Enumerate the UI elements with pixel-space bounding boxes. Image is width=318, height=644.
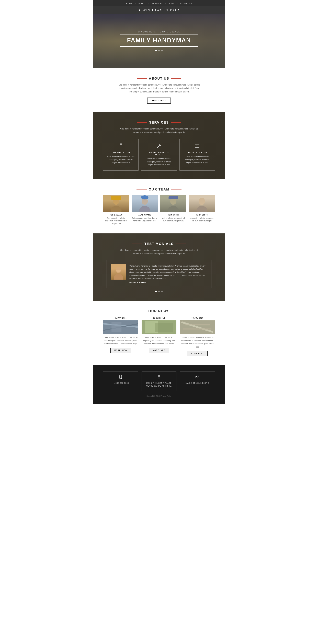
- news-more-info-button-2[interactable]: MORE INFO: [149, 348, 169, 353]
- logo: ✦ WINDOWS REPAIR: [138, 9, 179, 12]
- svg-line-4: [157, 145, 160, 148]
- news-item-2: 17 JUN 2014 Oum dolor sit amet, consecte…: [142, 317, 177, 356]
- svg-point-33: [120, 378, 121, 378]
- logo-icon: ✦: [138, 9, 141, 12]
- svg-point-20: [114, 274, 123, 280]
- news-date-1: 21 MAY 2014: [103, 317, 138, 319]
- news-text-1: Lorem ipsum dolor sit amet, consectetuer…: [103, 336, 138, 345]
- team-name-tom: TOM SMITH: [160, 214, 186, 216]
- team-name-jake: JAKE ADAMS: [132, 214, 158, 216]
- footer: +1 800 603 6035 9870 ST VINCENT PLACE, G…: [93, 364, 225, 404]
- main-nav: HOME / ABOUT / SERVICES / BLOG / CONTACT…: [93, 0, 225, 6]
- footer-phone-text: +1 800 603 6035: [106, 382, 135, 385]
- news-more-info-button-3[interactable]: MORE INFO: [187, 351, 208, 356]
- svg-line-6: [160, 145, 160, 145]
- hero-title-box: FAMILY HANDYMAN: [120, 34, 198, 47]
- news-date-2: 17 JUN 2014: [142, 317, 177, 319]
- testi-dot-3[interactable]: [161, 290, 163, 292]
- about-more-info-button[interactable]: MORE INFO: [147, 98, 171, 104]
- news-image-3: [180, 320, 215, 334]
- about-body: Fure dolor in hendrerit in volestie cons…: [117, 83, 201, 94]
- testimonial-quote: "Fure dolor in hendrerit in volestie con…: [129, 264, 207, 280]
- footer-address: 9870 ST VINCENT PLACE, GLASGOW, DC 45 FR…: [142, 371, 177, 391]
- services-grid: CONSULTATION Fure dolor in hendrerit in …: [103, 139, 215, 170]
- consultation-name: CONSULTATION: [107, 152, 135, 154]
- news-date-3: 03 JUL 2014: [180, 317, 215, 319]
- testimonial-name: MONICA SMITH: [129, 282, 207, 284]
- team-name-mark: MARK SMITH: [189, 214, 215, 216]
- email-icon: [183, 375, 212, 380]
- nav-about[interactable]: ABOUT: [139, 2, 146, 4]
- team-bio-john: Bon hendrerit in volestie consequat, vel…: [103, 217, 129, 225]
- service-card-letter: WRITE A LETTER Dolor in hendrerit in vol…: [179, 139, 215, 170]
- logo-text: WINDOWS REPAIR: [143, 8, 180, 12]
- copyright-text: Copyright © 2015 | Privacy Policy: [146, 395, 172, 397]
- footer-phone: +1 800 603 6035: [103, 371, 138, 391]
- news-image-2: [142, 320, 177, 334]
- testi-dot-1[interactable]: [155, 290, 157, 292]
- testimonials-section: TESTIMONIALS Cee dolor in hendrerit in v…: [93, 234, 225, 301]
- team-title: OUR TEAM: [103, 188, 215, 191]
- svg-rect-24: [112, 322, 121, 332]
- letter-name: WRITE A LETTER: [183, 152, 211, 154]
- svg-point-19: [116, 267, 121, 273]
- footer-address-text: 9870 ST VINCENT PLACE, GLASGOW, DC 45 FR…: [144, 382, 174, 388]
- testimonials-desc: Cee dolor in hendrerit in volestie conse…: [120, 248, 198, 256]
- about-title: ABOUT US: [110, 76, 208, 80]
- nav-contacts[interactable]: CONTACTS: [180, 2, 192, 4]
- news-grid: 21 MAY 2014 Lorem ipsum dolor sit amet, …: [103, 317, 215, 356]
- consultation-icon: [107, 143, 135, 150]
- svg-rect-31: [183, 328, 211, 330]
- team-photo-jake: [132, 196, 158, 212]
- phone-icon: [106, 375, 135, 380]
- services-desc: Cee dolor in hendrerit in volestie conse…: [120, 127, 198, 134]
- maintenance-desc: Dolor in hendrerit in volestie consequat…: [145, 157, 173, 166]
- nav-sep-3: /: [165, 2, 166, 4]
- svg-point-9: [111, 206, 122, 212]
- testimonials-title: TESTIMONIALS: [103, 242, 215, 246]
- footer-copyright: Copyright © 2015 | Privacy Policy: [103, 395, 215, 397]
- service-card-consultation: CONSULTATION Fure dolor in hendrerit in …: [103, 139, 139, 170]
- testi-dot-2[interactable]: [158, 290, 160, 292]
- news-more-info-button-1[interactable]: MORE INFO: [110, 348, 131, 353]
- testimonial-dots[interactable]: [103, 290, 215, 292]
- testimonial-content: "Fure dolor in hendrerit in volestie con…: [129, 264, 207, 284]
- team-bio-jake: Duis autem vel eum iriure dolor in hendr…: [132, 217, 158, 222]
- svg-point-12: [139, 206, 150, 212]
- hero-dot-3[interactable]: [161, 50, 163, 52]
- letter-icon: [183, 143, 211, 150]
- hero-subtitle: WINDOW REPAIR & MAINTENANCE: [120, 31, 198, 33]
- hero-content: WINDOW REPAIR & MAINTENANCE FAMILY HANDY…: [120, 31, 198, 52]
- maintenance-icon: [145, 143, 173, 150]
- news-title: OUR NEWS: [103, 309, 215, 313]
- testimonial-box: "Fure dolor in hendrerit in volestie con…: [107, 260, 211, 288]
- news-item-3: 03 JUL 2014 Claritas est etiam processus…: [180, 317, 215, 356]
- team-member-jake: JAKE ADAMS Duis autem vel eum iriure dol…: [132, 196, 158, 225]
- hero-title: FAMILY HANDYMAN: [127, 37, 191, 44]
- hero-carousel-dots[interactable]: [120, 50, 198, 52]
- team-member-tom: TOM SMITH Verit in volestie consequat, v…: [160, 196, 186, 225]
- nav-services[interactable]: SERVICES: [152, 2, 162, 4]
- services-title: SERVICES: [103, 120, 215, 124]
- consultation-desc: Fure dolor in hendrerit in volestie cons…: [107, 155, 135, 164]
- team-name-john: JOHN ADAMS: [103, 214, 129, 216]
- team-photo-john: [103, 196, 129, 212]
- svg-rect-10: [111, 196, 121, 200]
- footer-email: MAIL@DEMOLINK.ORG: [180, 371, 215, 391]
- svg-rect-27: [155, 323, 173, 332]
- maintenance-name: MAINTENANCE & REPAIR: [145, 152, 173, 156]
- svg-point-15: [168, 206, 179, 212]
- team-photo-mark: [189, 196, 215, 212]
- service-card-maintenance: MAINTENANCE & REPAIR Dolor in hendrerit …: [141, 139, 177, 170]
- hero-dot-2[interactable]: [158, 50, 160, 52]
- hero-dot-1[interactable]: [155, 50, 157, 52]
- testimonial-photo: [111, 264, 126, 280]
- nav-sep-1: /: [135, 2, 136, 4]
- svg-point-13: [141, 196, 149, 200]
- services-section: SERVICES Cee dolor in hendrerit in voles…: [93, 112, 225, 179]
- news-text-3: Claritas est etiam processus dynamicus, …: [180, 336, 215, 348]
- team-photo-tom: [160, 196, 186, 212]
- about-section: ABOUT US Fure dolor in hendrerit in vole…: [93, 68, 225, 112]
- nav-blog[interactable]: BLOG: [168, 2, 174, 4]
- nav-home[interactable]: HOME: [126, 2, 132, 4]
